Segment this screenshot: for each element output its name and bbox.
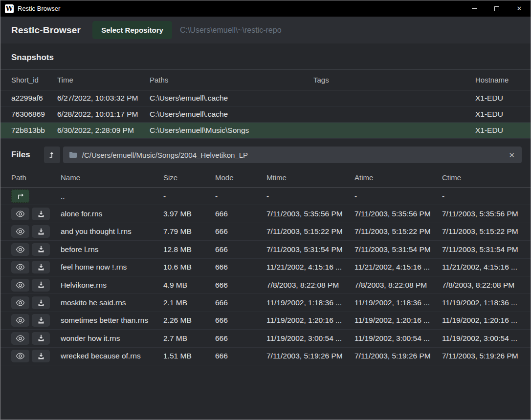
column-header-paths: Paths bbox=[150, 76, 313, 84]
file-cell-actions bbox=[11, 279, 61, 292]
preview-file-button[interactable] bbox=[11, 350, 29, 362]
download-file-button[interactable] bbox=[32, 350, 50, 362]
download-icon bbox=[37, 228, 45, 235]
snapshot-cell-short_id: 76306869 bbox=[11, 110, 57, 119]
download-file-button[interactable] bbox=[32, 279, 50, 292]
file-cell-mtime: - bbox=[266, 192, 354, 201]
file-cell-mtime: 7/11/2003, 5:31:54 PM bbox=[266, 245, 354, 254]
file-cell-mtime: 11/21/2002, 4:15:16 ... bbox=[266, 263, 354, 272]
close-button[interactable]: ✕ bbox=[508, 0, 531, 17]
file-cell-atime: 11/21/2002, 4:15:16 ... bbox=[354, 263, 442, 272]
download-file-button[interactable] bbox=[32, 243, 50, 256]
level-up-icon bbox=[47, 150, 56, 159]
app-window: W Restic Browser ✕ Restic-Browser Select… bbox=[0, 0, 531, 420]
file-cell-size: - bbox=[163, 192, 215, 201]
select-repository-button[interactable]: Select Repository bbox=[92, 21, 172, 39]
eye-icon bbox=[16, 335, 25, 342]
file-cell-mtime: 11/19/2002, 3:00:54 ... bbox=[266, 334, 354, 343]
preview-file-button[interactable] bbox=[11, 332, 29, 345]
preview-file-button[interactable] bbox=[11, 279, 29, 292]
file-cell-name: wrecked because of.rns bbox=[61, 352, 163, 360]
snapshots-table-body: a2299af66/27/2022, 10:03:32 PMC:\Users\e… bbox=[0, 90, 531, 139]
file-cell-atime: 11/19/2002, 1:18:36 ... bbox=[354, 298, 442, 307]
file-cell-ctime: 11/19/2002, 1:20:16 ... bbox=[442, 316, 531, 325]
column-header-tags: Tags bbox=[313, 76, 475, 84]
file-cell-atime: - bbox=[354, 192, 442, 201]
file-cell-actions bbox=[11, 208, 61, 220]
files-table-header: Path Name Size Mode Mtime Atime Ctime bbox=[0, 168, 531, 188]
file-cell-atime: 7/11/2003, 5:31:54 PM bbox=[354, 245, 442, 254]
file-cell-name: and you thought l.rns bbox=[61, 227, 163, 236]
column-header-hostname: Hostname bbox=[475, 76, 531, 84]
empty-area bbox=[0, 365, 531, 420]
app-name: Restic-Browser bbox=[11, 25, 81, 36]
clear-path-button[interactable]: ✕ bbox=[508, 151, 516, 159]
preview-file-button[interactable] bbox=[11, 296, 29, 309]
download-file-button[interactable] bbox=[32, 332, 50, 345]
snapshot-row[interactable]: a2299af66/27/2022, 10:03:32 PMC:\Users\e… bbox=[0, 90, 531, 106]
window-title: Restic Browser bbox=[18, 5, 60, 12]
column-header-short-id: Short_id bbox=[11, 76, 57, 84]
preview-file-button[interactable] bbox=[11, 225, 29, 238]
minimize-button[interactable] bbox=[463, 0, 486, 17]
file-row: before l.rns12.8 MB6667/11/2003, 5:31:54… bbox=[0, 241, 531, 258]
file-cell-mtime: 11/19/2002, 1:18:36 ... bbox=[266, 298, 354, 307]
snapshot-row[interactable]: 72b813bb6/30/2022, 2:28:09 PMC:\Users\em… bbox=[0, 123, 531, 139]
file-row: Helvikone.rns4.9 MB6667/8/2003, 8:22:08 … bbox=[0, 276, 531, 294]
file-cell-actions bbox=[11, 243, 61, 256]
download-file-button[interactable] bbox=[32, 314, 50, 327]
snapshot-cell-time: 6/27/2022, 10:03:32 PM bbox=[57, 94, 150, 103]
snapshot-cell-short_id: a2299af6 bbox=[11, 94, 57, 103]
file-cell-mode: 666 bbox=[215, 352, 266, 360]
preview-file-button[interactable] bbox=[11, 261, 29, 273]
snapshot-cell-short_id: 72b813bb bbox=[11, 126, 57, 135]
snapshot-cell-hostname: X1-EDU bbox=[475, 126, 531, 135]
snapshot-row[interactable]: 763068696/28/2022, 10:01:17 PMC:\Users\e… bbox=[0, 106, 531, 123]
download-icon bbox=[37, 281, 45, 289]
snapshots-table-header: Short_id Time Paths Tags Hostname bbox=[0, 70, 531, 90]
file-row: sometimes better than.rns2.26 MB66611/19… bbox=[0, 312, 531, 330]
preview-file-button[interactable] bbox=[11, 208, 29, 220]
file-cell-mtime: 11/19/2002, 1:20:16 ... bbox=[266, 316, 354, 325]
file-cell-actions bbox=[11, 225, 61, 238]
column-header-name: Name bbox=[61, 173, 163, 182]
preview-file-button[interactable] bbox=[11, 314, 29, 327]
parent-directory-button[interactable] bbox=[11, 189, 29, 203]
file-cell-name: alone for.rns bbox=[61, 210, 163, 218]
download-icon bbox=[37, 353, 45, 360]
snapshot-cell-paths: C:\Users\emuell\Music\Songs bbox=[150, 126, 313, 135]
download-file-button[interactable] bbox=[32, 225, 50, 238]
snapshot-cell-time: 6/30/2022, 2:28:09 PM bbox=[57, 126, 150, 135]
file-cell-name: moskito he said.rns bbox=[61, 298, 163, 307]
file-cell-ctime: 11/19/2002, 1:18:36 ... bbox=[442, 298, 531, 307]
file-cell-ctime: 11/19/2002, 3:00:54 ... bbox=[442, 334, 531, 343]
app-header: Restic-Browser Select Repository C:\User… bbox=[0, 17, 531, 43]
wails-logo-icon: W bbox=[5, 4, 14, 13]
file-cell-name: before l.rns bbox=[61, 245, 163, 254]
file-row: wrecked because of.rns1.51 MB6667/11/200… bbox=[0, 348, 531, 365]
file-row: wonder how it.rns2.7 MB66611/19/2002, 3:… bbox=[0, 330, 531, 347]
snapshot-cell-hostname: X1-EDU bbox=[475, 110, 531, 119]
preview-file-button[interactable] bbox=[11, 243, 29, 256]
column-header-mode: Mode bbox=[215, 173, 266, 182]
column-header-mtime: Mtime bbox=[266, 173, 354, 182]
file-cell-name: .. bbox=[61, 192, 163, 201]
download-file-button[interactable] bbox=[32, 261, 50, 273]
download-file-button[interactable] bbox=[32, 296, 50, 309]
download-file-button[interactable] bbox=[32, 208, 50, 220]
snapshots-heading: Snapshots bbox=[11, 53, 520, 63]
file-cell-size: 2.26 MB bbox=[163, 316, 215, 325]
file-cell-mtime: 7/11/2003, 5:35:56 PM bbox=[266, 210, 354, 218]
snapshot-cell-paths: C:\Users\emuell\.cache bbox=[150, 110, 313, 119]
current-path-bar[interactable]: /C/Users/emuell/Music/Songs/2004_Helveti… bbox=[63, 147, 522, 163]
file-cell-atime: 7/11/2003, 5:15:22 PM bbox=[354, 227, 442, 236]
file-cell-name: Helvikone.rns bbox=[61, 281, 163, 290]
go-up-button[interactable] bbox=[44, 147, 60, 163]
maximize-button[interactable] bbox=[486, 0, 508, 17]
column-header-path: Path bbox=[11, 173, 61, 182]
column-header-time: Time bbox=[57, 76, 150, 84]
file-cell-mtime: 7/11/2003, 5:15:22 PM bbox=[266, 227, 354, 236]
file-cell-size: 2.7 MB bbox=[163, 334, 215, 343]
download-icon bbox=[37, 335, 45, 342]
snapshot-cell-time: 6/28/2022, 10:01:17 PM bbox=[57, 110, 150, 119]
